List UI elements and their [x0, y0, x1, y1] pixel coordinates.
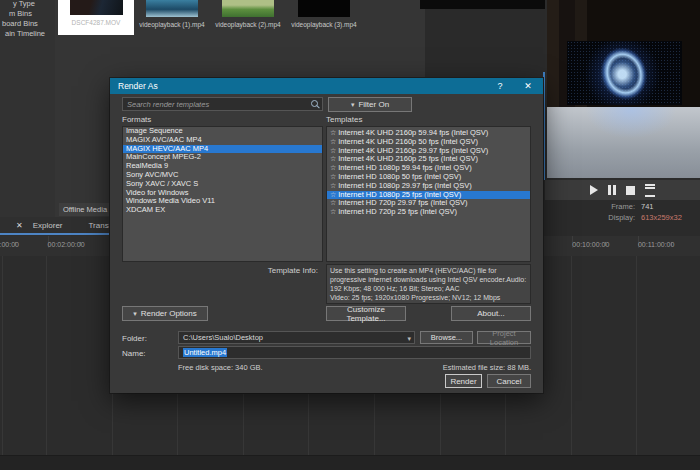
preview-frame-info: Frame: 741 Display: 613x259x32	[545, 202, 693, 222]
formats-list[interactable]: Image SequenceMAGIX AVC/AAC MP4MAGIX HEV…	[122, 126, 323, 262]
star-icon[interactable]: ☆	[330, 129, 336, 138]
star-icon[interactable]: ☆	[330, 155, 336, 164]
search-wrap	[122, 97, 323, 111]
free-disk-space: Free disk space: 340 GB.	[178, 363, 263, 372]
media-thumbnail-caption: DSCF4287.MOV	[72, 19, 121, 26]
folder-combobox[interactable]: C:\Users\Sualo\Desktop ▾	[178, 331, 415, 344]
dialog-titlebar[interactable]: Render As ? ✕	[110, 78, 543, 94]
media-thumbnail[interactable]: DSCF4287.MOV	[58, 0, 134, 35]
close-icon[interactable]: ✕	[16, 221, 23, 230]
name-value-selected: Untitled.mp4	[183, 348, 227, 357]
star-icon[interactable]: ☆	[330, 164, 336, 173]
play-icon[interactable]	[590, 185, 598, 195]
vegas-editor-window: y Typem Binsboard Binsain Timeline DSCF4…	[0, 0, 700, 470]
name-input[interactable]: Untitled.mp4	[178, 346, 531, 359]
star-icon[interactable]: ☆	[330, 199, 336, 208]
star-icon[interactable]: ☆	[330, 147, 336, 156]
display-label: Display:	[608, 213, 635, 222]
selected-track-accent	[0, 233, 110, 235]
media-thumbnail-caption: videoplayback (2).mp4	[215, 21, 280, 28]
media-thumbnail-image	[298, 0, 350, 17]
template-item[interactable]: ☆ Internet HD 720p 25 fps (Intel QSV)	[327, 208, 530, 217]
bottom-status-strip	[0, 455, 700, 470]
template-item-label: Internet HD 720p 25 fps (Intel QSV)	[338, 208, 457, 217]
help-icon[interactable]: ?	[493, 78, 507, 94]
dock-tab[interactable]: Explorer	[33, 221, 63, 230]
templates-list[interactable]: ☆ Internet 4K UHD 2160p 59.94 fps (Intel…	[326, 126, 531, 262]
project-location-button[interactable]: Project Location	[477, 331, 531, 344]
folder-value: C:\Users\Sualo\Desktop	[183, 333, 263, 342]
search-icon[interactable]	[311, 100, 320, 109]
template-info-line: Video: 25 fps; 1920x1080 Progressive; NV…	[330, 293, 527, 302]
preview-transport-bar	[545, 180, 700, 200]
browse-button[interactable]: Browse...	[420, 331, 473, 344]
star-icon[interactable]: ☆	[330, 182, 336, 191]
video-table-surface	[547, 107, 700, 178]
time-label: 00:02:00:00	[48, 236, 114, 248]
media-thumbnail[interactable]: videoplayback (1).mp4	[134, 0, 210, 35]
time-label: 00:01:00:00	[0, 236, 48, 248]
estimated-file-size: Estimated file size: 88 MB.	[443, 363, 531, 372]
display-value: 613x259x32	[641, 213, 693, 222]
templates-label: Templates	[326, 115, 362, 124]
tree-item[interactable]: ain Timeline	[0, 29, 45, 39]
chevron-down-icon: ▾	[133, 310, 137, 318]
pause-icon[interactable]	[608, 185, 616, 195]
cancel-button[interactable]: Cancel	[487, 374, 531, 388]
star-icon[interactable]: ☆	[330, 173, 336, 182]
filter-on-label: Filter On	[358, 100, 389, 109]
media-thumbnail[interactable]: videoplayback (3).mp4	[286, 0, 362, 35]
render-options-button[interactable]: ▾ Render Options	[122, 306, 208, 321]
format-item[interactable]: XDCAM EX	[123, 206, 322, 215]
close-icon[interactable]: ✕	[521, 78, 535, 94]
about-button[interactable]: About...	[451, 306, 531, 321]
menu-icon[interactable]	[645, 184, 655, 197]
filter-on-button[interactable]: ▾ Filter On	[328, 97, 412, 112]
media-bins-tree-panel: y Typem Binsboard Binsain Timeline	[0, 0, 55, 217]
customize-template-button[interactable]: Customize Template...	[326, 306, 406, 321]
video-led-panel	[567, 41, 682, 105]
chevron-down-icon: ▾	[351, 101, 355, 109]
star-icon[interactable]: ☆	[330, 191, 336, 200]
media-thumbnail-image	[146, 0, 198, 17]
dialog-title: Render As	[118, 81, 158, 91]
star-icon[interactable]: ☆	[330, 208, 336, 217]
star-icon[interactable]: ☆	[330, 138, 336, 147]
dock-tabs: ExplorerTransitio	[23, 221, 119, 230]
tree-item[interactable]: board Bins	[0, 19, 45, 29]
media-bins-tree: y Typem Binsboard Binsain Timeline	[0, 0, 45, 39]
video-preview-frame	[547, 0, 700, 178]
template-info-box: Use this setting to create an MP4 (HEVC/…	[326, 264, 531, 304]
render-as-dialog: Render As ? ✕ ▾ Filter On Formats Templa…	[110, 78, 543, 393]
time-label: 00:10:00:00	[572, 236, 638, 248]
stop-icon[interactable]	[626, 186, 635, 195]
chevron-down-icon[interactable]: ▾	[407, 334, 411, 343]
video-preview-panel: Frame: 741 Display: 613x259x32	[545, 0, 700, 236]
render-options-label: Render Options	[141, 309, 197, 318]
media-thumbnail-image	[222, 0, 274, 17]
tree-item[interactable]: m Bins	[0, 9, 45, 19]
render-button[interactable]: Render	[445, 374, 482, 388]
time-label: 00:11:00:00	[638, 236, 700, 248]
frame-label: Frame:	[608, 202, 635, 211]
media-thumbnail-list: DSCF4287.MOV videoplayback (1).mp4 video…	[58, 0, 362, 35]
template-info-label: Template Info:	[122, 266, 318, 275]
folder-label: Folder:	[122, 334, 147, 343]
template-info-line: Use this setting to create an MP4 (HEVC/…	[330, 266, 527, 293]
name-label: Name:	[122, 349, 146, 358]
media-thumbnail-image	[70, 0, 123, 15]
frame-value: 741	[641, 202, 693, 211]
formats-label: Formats	[122, 115, 151, 124]
media-thumbnail-caption: videoplayback (1).mp4	[139, 21, 204, 28]
media-thumbnail[interactable]: videoplayback (2).mp4	[210, 0, 286, 35]
media-thumbnail-caption: videoplayback (3).mp4	[291, 21, 356, 28]
tree-item[interactable]: y Type	[0, 0, 45, 9]
search-input[interactable]	[122, 97, 323, 111]
